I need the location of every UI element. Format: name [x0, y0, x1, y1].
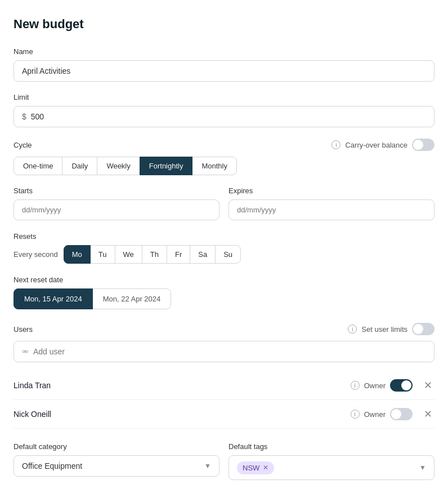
default-tags-label: Default tags [229, 442, 434, 451]
starts-input[interactable] [14, 199, 219, 220]
expires-label: Expires [229, 186, 434, 195]
resets-label: Resets [14, 232, 36, 241]
owner-info-icon-linda[interactable]: i [351, 381, 360, 390]
set-user-limits-group: i Set user limits [348, 323, 434, 335]
owner-label-nick: Owner [364, 410, 386, 419]
next-reset-label: Next reset date [14, 276, 63, 284]
default-row: Default category Office Equipment ▼ Defa… [14, 442, 434, 480]
page-title: New budget [14, 17, 434, 32]
name-label: Name [14, 47, 434, 56]
limit-input[interactable] [31, 112, 426, 121]
cycle-btn-one-time[interactable]: One-time [14, 157, 62, 175]
limit-label: Limit [14, 93, 434, 101]
cycle-btn-fortnightly[interactable]: Fortnightly [140, 157, 193, 175]
search-icon: ⚮ [22, 347, 29, 356]
remove-user-nick[interactable]: ✕ [422, 408, 434, 420]
default-category-value: Office Equipment [22, 461, 82, 470]
default-category-label: Default category [14, 442, 219, 451]
limit-field-group: Limit $ [14, 93, 434, 127]
cycle-btn-monthly[interactable]: Monthly [192, 157, 237, 175]
user-name-nick: Nick Oneill [14, 410, 351, 419]
owner-label-linda: Owner [364, 381, 386, 390]
tag-nsw-close[interactable]: ✕ [263, 464, 268, 472]
cycle-label: Cycle [14, 141, 32, 149]
set-user-limits-label: Set user limits [361, 325, 407, 334]
resets-section: Resets Every second Mo Tu We Th Fr Sa Su [14, 232, 434, 264]
day-btn-fr[interactable]: Fr [167, 245, 190, 264]
currency-symbol: $ [22, 112, 26, 121]
name-field-group: Name [14, 47, 434, 82]
name-input[interactable] [14, 60, 434, 82]
expires-input[interactable] [229, 199, 434, 220]
owner-group-nick: i Owner [351, 408, 413, 420]
cycle-btn-daily[interactable]: Daily [62, 157, 97, 175]
reset-date-btn-0[interactable]: Mon, 15 Apr 2024 [14, 288, 93, 309]
remove-user-linda[interactable]: ✕ [422, 379, 434, 392]
owner-info-icon-nick[interactable]: i [351, 410, 360, 419]
user-name-linda: Linda Tran [14, 381, 351, 390]
users-label: Users [14, 325, 33, 334]
set-user-limits-info-icon[interactable]: i [348, 325, 357, 334]
users-header: Users i Set user limits [14, 323, 434, 335]
starts-label: Starts [14, 186, 219, 195]
owner-group-linda: i Owner [351, 379, 413, 392]
user-row-linda: Linda Tran i Owner ✕ [14, 371, 434, 400]
carry-over-toggle[interactable] [412, 139, 434, 151]
limit-input-wrapper: $ [14, 106, 434, 127]
cycle-buttons: One-time Daily Weekly Fortnightly Monthl… [14, 157, 434, 175]
set-user-limits-toggle[interactable] [412, 323, 434, 335]
expires-field: Expires [229, 186, 434, 220]
user-search-wrapper[interactable]: ⚮ [14, 341, 434, 362]
day-btn-su[interactable]: Su [215, 245, 241, 264]
next-reset-section: Next reset date Mon, 15 Apr 2024 Mon, 22… [14, 275, 434, 309]
day-btn-sa[interactable]: Sa [190, 245, 216, 264]
day-buttons: Mo Tu We Th Fr Sa Su [64, 245, 241, 264]
default-tags-arrow-icon: ▼ [419, 464, 426, 472]
tag-nsw: NSW ✕ [237, 461, 274, 474]
day-btn-we[interactable]: We [115, 245, 142, 264]
carry-over-info-icon[interactable]: i [331, 140, 341, 149]
owner-toggle-nick[interactable] [390, 408, 413, 420]
default-category-arrow-icon: ▼ [204, 462, 211, 470]
reset-date-btn-1[interactable]: Mon, 22 Apr 2024 [92, 288, 172, 309]
cycle-field-group: Cycle i Carry-over balance One-time Dail… [14, 139, 434, 175]
day-btn-th[interactable]: Th [142, 245, 167, 264]
default-tags-select[interactable]: NSW ✕ ▼ [229, 455, 434, 480]
reset-date-buttons: Mon, 15 Apr 2024 Mon, 22 Apr 2024 [14, 288, 434, 309]
carry-over-group: i Carry-over balance [331, 139, 434, 151]
carry-over-label: Carry-over balance [345, 141, 407, 149]
owner-toggle-linda[interactable] [390, 379, 413, 392]
resets-row: Every second Mo Tu We Th Fr Sa Su [14, 245, 434, 264]
dates-row: Starts Expires [14, 186, 434, 220]
day-btn-tu[interactable]: Tu [90, 245, 115, 264]
default-category-select[interactable]: Office Equipment ▼ [14, 455, 219, 477]
resets-prefix: Every second [14, 250, 58, 259]
user-row-nick: Nick Oneill i Owner ✕ [14, 400, 434, 429]
user-search-input[interactable] [33, 347, 426, 356]
tag-nsw-label: NSW [243, 464, 259, 472]
cycle-btn-weekly[interactable]: Weekly [97, 157, 140, 175]
starts-field: Starts [14, 186, 219, 220]
users-section: Users i Set user limits ⚮ Linda Tran i O… [14, 323, 434, 429]
default-category-field: Default category Office Equipment ▼ [14, 442, 219, 480]
day-btn-mo[interactable]: Mo [64, 245, 91, 264]
default-tags-field: Default tags NSW ✕ ▼ [229, 442, 434, 480]
